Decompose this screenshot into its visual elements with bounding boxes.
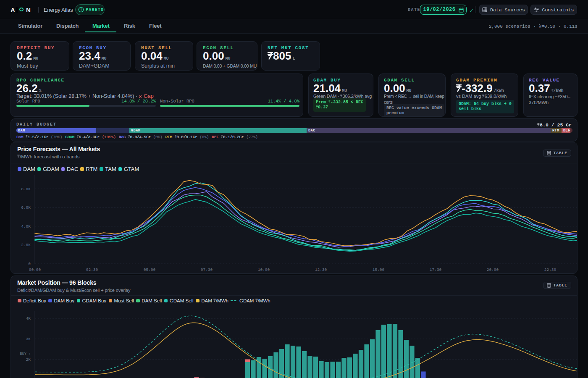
svg-text:22:30: 22:30 bbox=[544, 268, 556, 272]
svg-text:0: 0 bbox=[28, 262, 31, 266]
svg-text:20:00: 20:00 bbox=[487, 268, 499, 272]
svg-text:2.0K: 2.0K bbox=[21, 243, 31, 247]
svg-text:10:00: 10:00 bbox=[258, 268, 270, 272]
svg-text:3K: 3K bbox=[26, 337, 31, 341]
svg-text:4K: 4K bbox=[26, 316, 31, 321]
svg-text:17:30: 17:30 bbox=[430, 268, 442, 272]
svg-text:15:00: 15:00 bbox=[373, 268, 385, 272]
svg-text:02:30: 02:30 bbox=[86, 268, 98, 272]
svg-text:4.0K: 4.0K bbox=[21, 224, 31, 229]
svg-text:BUY ↑: BUY ↑ bbox=[20, 352, 31, 356]
svg-text:8.0K: 8.0K bbox=[21, 187, 31, 192]
svg-text:00:00: 00:00 bbox=[29, 268, 41, 272]
svg-text:05:00: 05:00 bbox=[144, 268, 156, 272]
svg-text:6.0K: 6.0K bbox=[21, 205, 31, 210]
svg-text:12:30: 12:30 bbox=[315, 268, 327, 272]
svg-text:07:30: 07:30 bbox=[201, 268, 213, 272]
svg-text:2K: 2K bbox=[26, 357, 31, 362]
